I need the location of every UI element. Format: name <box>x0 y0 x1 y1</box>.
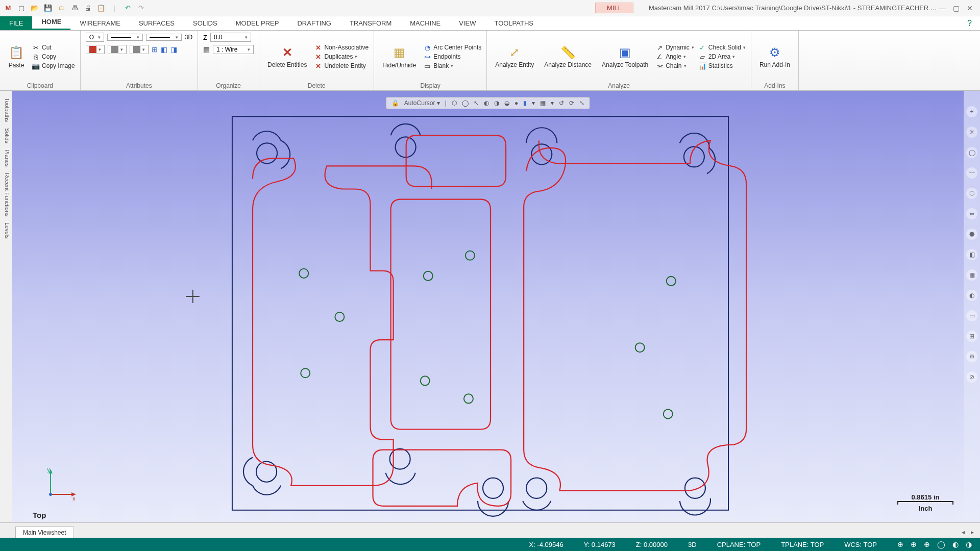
analyze-distance-button[interactable]: 📏Analyze Distance <box>541 43 595 69</box>
print2-icon[interactable]: 🖨 <box>83 3 93 13</box>
analyze-toolpath-button[interactable]: ▣Analyze Toolpath <box>599 43 651 69</box>
save-icon[interactable]: 💾 <box>43 3 53 13</box>
rr-i12[interactable]: ⊞ <box>966 331 977 342</box>
attr-icon1[interactable]: ⊞ <box>152 45 158 54</box>
si-1[interactable]: ⊕ <box>897 540 903 548</box>
pointstyle-combo[interactable]: O <box>86 33 104 42</box>
angle-button[interactable]: ∠Angle ▾ <box>655 53 694 61</box>
rr-i14[interactable]: ⊘ <box>966 371 977 383</box>
blank-button[interactable]: ▭Blank ▾ <box>423 62 481 70</box>
rr-i7[interactable]: ⬣ <box>966 229 977 240</box>
color-combo[interactable] <box>86 45 105 54</box>
tab-surfaces[interactable]: SURFACES <box>130 16 184 30</box>
undo-icon[interactable]: ↶ <box>122 3 133 13</box>
new-icon[interactable]: ▢ <box>16 3 27 13</box>
hide-unhide-button[interactable]: ▦ Hide/Unhide <box>379 43 419 70</box>
non-assoc-button[interactable]: ✕Non-Associative <box>314 43 369 52</box>
rr-i3[interactable]: ◯ <box>966 147 977 158</box>
copyimage-button[interactable]: 📷Copy Image <box>32 62 75 70</box>
rr-i6[interactable]: ⇔ <box>966 208 977 219</box>
copy-button[interactable]: ⎘Copy <box>32 53 75 61</box>
maximize-icon[interactable]: ▢ <box>953 4 960 12</box>
rr-i2[interactable]: ✳ <box>966 127 977 138</box>
drawing-canvas[interactable]: 🔒 AutoCursor ▾ | ⬡ ◯ ↖ ◐ ◑ ◒ ● ▮ ▾ ▦ ▾ ↺… <box>12 91 964 522</box>
si-3[interactable]: ⊕ <box>924 540 930 548</box>
undelete-button[interactable]: ✕Undelete Entity <box>314 62 369 70</box>
saveas-icon[interactable]: 🗂 <box>56 3 66 13</box>
arc-center-button[interactable]: ◔Arc Center Points <box>423 43 481 52</box>
rr-i13[interactable]: ⚙ <box>966 351 977 362</box>
tab-drafting[interactable]: DRAFTING <box>288 16 340 30</box>
tab-modelprep[interactable]: MODEL PREP <box>227 16 288 30</box>
attr-icon3[interactable]: ◨ <box>170 45 177 54</box>
status-mode[interactable]: 3D <box>688 541 697 548</box>
tab-view[interactable]: VIEW <box>450 16 485 30</box>
sidetab-recent[interactable]: Recent Functions <box>0 170 12 220</box>
paste-icon: 📋 <box>8 44 24 61</box>
lineweight-combo[interactable] <box>146 34 182 41</box>
rr-i10[interactable]: ◐ <box>966 290 977 301</box>
rr-i11[interactable]: ▭ <box>966 310 977 321</box>
si-4[interactable]: ◯ <box>937 540 945 548</box>
viewsheet-main[interactable]: Main Viewsheet <box>15 527 74 538</box>
tab-file[interactable]: FILE <box>0 16 32 30</box>
close-icon[interactable]: ✕ <box>967 4 973 12</box>
rr-i9[interactable]: ▦ <box>966 269 977 281</box>
help-icon[interactable]: ? <box>959 17 980 30</box>
endpoints-button[interactable]: ⊶Endpoints <box>423 53 481 61</box>
delete-entities-button[interactable]: ✕ Delete Entities <box>264 43 310 69</box>
statistics-button[interactable]: 📊Statistics <box>698 62 746 70</box>
copy-icon: ⎘ <box>32 53 40 61</box>
sidetab-levels[interactable]: Levels <box>0 219 12 242</box>
app-icon[interactable]: M <box>3 3 13 13</box>
context-tab-mill[interactable]: MILL <box>595 3 633 13</box>
tab-machine[interactable]: MACHINE <box>401 16 450 30</box>
rr-i1[interactable]: + <box>966 106 977 117</box>
status-tplane[interactable]: TPLANE: TOP <box>781 541 824 548</box>
clipboard-icon[interactable]: 📋 <box>96 3 106 13</box>
chain-button[interactable]: ⫘Chain ▾ <box>655 62 694 70</box>
view-label: Top <box>33 511 46 519</box>
level-combo[interactable]: 1 : Wire <box>213 45 254 54</box>
analyze-entity-button[interactable]: ⤢Analyze Entity <box>492 43 537 69</box>
z-input[interactable]: 0.0 <box>210 33 251 42</box>
nav-next-icon[interactable]: ▸ <box>971 529 974 536</box>
tab-toolpaths[interactable]: TOOLPATHS <box>485 16 543 30</box>
area-button[interactable]: ▱2D Area ▾ <box>698 53 746 61</box>
sidetab-solids[interactable]: Solids <box>0 125 12 146</box>
rr-i5[interactable]: ⬡ <box>966 188 977 199</box>
cut-button[interactable]: ✂Cut <box>32 43 75 52</box>
dynamic-button[interactable]: ↗Dynamic ▾ <box>655 43 694 52</box>
sidetab-toolpaths[interactable]: Toolpaths <box>0 95 12 125</box>
minimize-icon[interactable]: — <box>939 4 946 12</box>
chain-label: Chain <box>666 62 681 69</box>
tab-solids[interactable]: SOLIDS <box>184 16 227 30</box>
tab-transform[interactable]: TRANSFORM <box>340 16 401 30</box>
color2-combo[interactable] <box>108 45 127 54</box>
print-icon[interactable]: 🖶 <box>69 3 80 13</box>
color3-combo[interactable] <box>130 45 149 54</box>
nav-prev-icon[interactable]: ◂ <box>962 529 965 536</box>
paste-button[interactable]: 📋 Paste <box>5 43 28 70</box>
open-icon[interactable]: 📂 <box>30 3 40 13</box>
status-cplane[interactable]: CPLANE: TOP <box>717 541 761 548</box>
linestyle-combo[interactable] <box>107 34 143 41</box>
duplicates-button[interactable]: ✕Duplicates ▾ <box>314 53 369 61</box>
si-2[interactable]: ⊕ <box>911 540 917 548</box>
rr-i8[interactable]: ◧ <box>966 249 977 260</box>
x-icon-2: ✕ <box>314 53 322 61</box>
run-addin-button[interactable]: ⚙Run Add-In <box>756 43 793 69</box>
redo-icon[interactable]: ↷ <box>136 3 146 13</box>
attr-icon2[interactable]: ◧ <box>161 45 167 54</box>
status-wcs[interactable]: WCS: TOP <box>844 541 877 548</box>
level-icon[interactable]: ▦ <box>203 45 210 54</box>
si-6[interactable]: ◑ <box>966 540 972 548</box>
sidetab-planes[interactable]: Planes <box>0 146 12 170</box>
check-solid-button[interactable]: ✓Check Solid ▾ <box>698 43 746 52</box>
tab-home[interactable]: HOME <box>32 15 70 30</box>
rr-i4[interactable]: 〰 <box>966 167 977 179</box>
tab-wireframe[interactable]: WIREFRAME <box>70 16 129 30</box>
si-5[interactable]: ◐ <box>952 540 959 548</box>
group-clipboard: 📋 Paste ✂Cut ⎘Copy 📷Copy Image Clipboard <box>0 31 81 90</box>
cad-drawing <box>12 91 964 522</box>
